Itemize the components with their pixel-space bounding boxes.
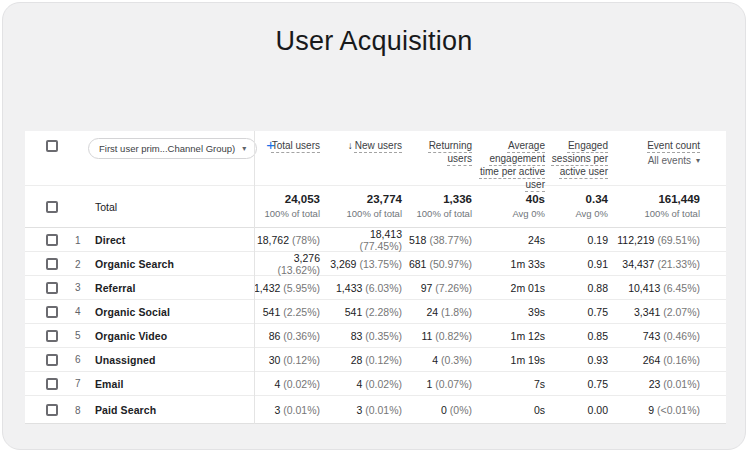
engaged-sessions-value: 0.91 <box>588 258 608 270</box>
new-users-cell: 1,433 (6.03%) <box>326 282 408 294</box>
column-header-engaged-sessions[interactable]: Engaged sessions per active user <box>551 131 614 191</box>
column-header-new-users[interactable]: ↓New users <box>326 131 408 191</box>
table-row: 1 Direct 18,762 (78%) 18,413 (77.45%) 51… <box>25 228 726 252</box>
total-users-value: 18,762 <box>257 234 289 246</box>
row-checkbox[interactable] <box>46 258 58 270</box>
new-users-cell: 83 (0.35%) <box>326 330 408 342</box>
row-checkbox[interactable] <box>46 404 58 416</box>
new-users-cell: 3,269 (13.75%) <box>326 258 408 270</box>
total-users-cell: 86 (0.36%) <box>254 330 326 342</box>
avg-engagement-header-label: Average engagement time per active user <box>480 140 545 190</box>
totals-total-users: 24,053 100% of total <box>254 193 326 220</box>
total-users-pct: (0.02%) <box>283 378 320 390</box>
new-users-cell: 18,413 (77.45%) <box>326 228 408 252</box>
column-divider <box>254 131 255 424</box>
dimension-dropdown[interactable]: First user prim...Channel Group) ▾ <box>88 138 257 159</box>
column-header-avg-engagement[interactable]: Average engagement time per active user <box>478 131 551 191</box>
returning-users-value: 1 <box>426 378 432 390</box>
new-users-pct: (0.01%) <box>365 404 402 416</box>
engaged-sessions-cell: 0.85 <box>551 330 614 342</box>
row-number: 4 <box>69 306 95 317</box>
event-count-value: 34,437 <box>622 258 654 270</box>
row-checkbox[interactable] <box>46 234 58 246</box>
dimension-picker-cell: First user prim...Channel Group) ▾ + <box>88 131 254 191</box>
total-users-value: 4 <box>274 378 280 390</box>
row-number: 8 <box>69 405 95 416</box>
avg-engagement-value: 39s <box>528 306 545 318</box>
column-header-returning-users[interactable]: Returning users <box>408 131 478 191</box>
total-users-pct: (0.01%) <box>283 404 320 416</box>
total-users-cell: 541 (2.25%) <box>254 306 326 318</box>
row-checkbox[interactable] <box>46 306 58 318</box>
avg-engagement-value: 2m 01s <box>511 282 545 294</box>
event-count-value: 112,219 <box>617 234 654 246</box>
column-header-event-count[interactable]: Event count All events ▾ <box>614 131 726 191</box>
total-users-value: 86 <box>269 330 281 342</box>
row-checkbox[interactable] <box>46 282 58 294</box>
chevron-down-icon: ▾ <box>242 145 246 153</box>
returning-users-cell: 4 (0.3%) <box>408 354 478 366</box>
avg-engagement-cell: 7s <box>478 378 551 390</box>
event-count-pct: (69.51%) <box>657 234 700 246</box>
event-count-cell: 112,219 (69.51%) <box>614 234 726 246</box>
returning-users-cell: 681 (50.97%) <box>408 258 478 270</box>
returning-users-pct: (7.26%) <box>435 282 472 294</box>
total-users-value: 541 <box>263 306 281 318</box>
new-users-pct: (0.12%) <box>365 354 402 366</box>
row-check-cell <box>25 330 69 342</box>
engaged-sessions-cell: 0.75 <box>551 306 614 318</box>
channel-name: Direct <box>95 234 254 246</box>
returning-users-cell: 24 (1.8%) <box>408 306 478 318</box>
table-row: 2 Organic Search 3,276 (13.62%) 3,269 (1… <box>25 252 726 276</box>
total-users-value: 3,276 <box>294 252 320 264</box>
total-users-pct: (2.25%) <box>283 306 320 318</box>
event-count-value: 3,341 <box>634 306 660 318</box>
table-body: 1 Direct 18,762 (78%) 18,413 (77.45%) 51… <box>25 228 726 424</box>
avg-engagement-value: 1m 19s <box>511 354 545 366</box>
total-users-pct: (13.62%) <box>277 264 320 276</box>
acquisition-table: First user prim...Channel Group) ▾ + Tot… <box>25 131 726 424</box>
returning-users-pct: (1.8%) <box>441 306 472 318</box>
total-users-cell: 30 (0.12%) <box>254 354 326 366</box>
returning-users-cell: 518 (38.77%) <box>408 234 478 246</box>
avg-engagement-cell: 1m 12s <box>478 330 551 342</box>
event-count-pct: (<0.01%) <box>657 404 700 416</box>
row-checkbox[interactable] <box>46 330 58 342</box>
row-check-cell <box>25 378 69 390</box>
returning-users-header-label: Returning users <box>429 140 472 164</box>
table-row: 4 Organic Social 541 (2.25%) 541 (2.28%)… <box>25 300 726 324</box>
returning-users-cell: 97 (7.26%) <box>408 282 478 294</box>
row-checkbox[interactable] <box>46 378 58 390</box>
returning-users-pct: (0.3%) <box>441 354 472 366</box>
row-number: 2 <box>69 259 95 270</box>
row-check-cell <box>25 354 69 366</box>
select-all-checkbox[interactable] <box>46 140 58 152</box>
totals-checkbox[interactable] <box>46 201 58 213</box>
row-checkbox[interactable] <box>46 354 58 366</box>
avg-engagement-cell: 39s <box>478 306 551 318</box>
totals-returning-users-value: 1,336 <box>408 193 472 206</box>
totals-avg-engagement-sub: Avg 0% <box>478 208 545 220</box>
row-number: 5 <box>69 330 95 341</box>
new-users-value: 4 <box>356 378 362 390</box>
table-row: 3 Referral 1,432 (5.95%) 1,433 (6.03%) 9… <box>25 276 726 300</box>
totals-avg-engagement-value: 40s <box>478 193 545 206</box>
avg-engagement-value: 7s <box>534 378 545 390</box>
engaged-sessions-value: 0.93 <box>588 354 608 366</box>
column-header-total-users[interactable]: Total users <box>254 131 326 191</box>
engaged-sessions-value: 0.75 <box>588 306 608 318</box>
total-users-pct: (78%) <box>292 234 320 246</box>
totals-engaged-sessions-value: 0.34 <box>551 193 608 206</box>
dimension-dropdown-label: First user prim...Channel Group) <box>99 143 235 154</box>
event-count-value: 743 <box>643 330 661 342</box>
total-users-header-label: Total users <box>272 140 320 151</box>
engaged-sessions-cell: 0.00 <box>551 404 614 416</box>
new-users-value: 28 <box>351 354 363 366</box>
event-count-pct: (0.46%) <box>663 330 700 342</box>
total-users-cell: 3,276 (13.62%) <box>254 252 326 276</box>
new-users-value: 3,269 <box>330 258 356 270</box>
avg-engagement-value: 0s <box>534 404 545 416</box>
engaged-sessions-value: 0.00 <box>588 404 608 416</box>
channel-name: Paid Search <box>95 404 254 416</box>
event-filter-dropdown[interactable]: All events ▾ <box>648 154 700 167</box>
